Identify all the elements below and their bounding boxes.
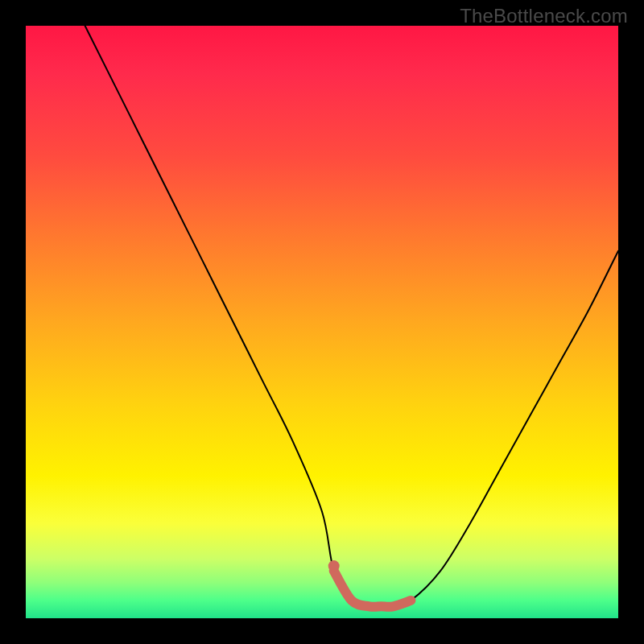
- watermark-text: TheBottleneck.com: [460, 5, 628, 27]
- chart-container: TheBottleneck.com: [0, 0, 644, 644]
- valley-start-dot: [328, 560, 340, 572]
- plot-area: [26, 26, 618, 618]
- bottleneck-curve: [85, 26, 618, 607]
- valley-marker: [334, 571, 411, 607]
- curve-svg: [26, 26, 618, 618]
